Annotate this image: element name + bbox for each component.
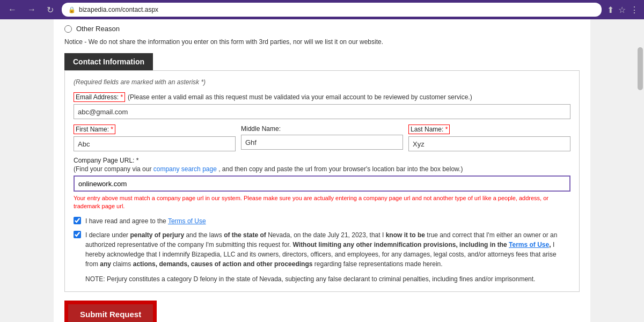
other-reason-label: Other Reason — [76, 25, 120, 33]
first-name-input[interactable] — [74, 136, 236, 151]
scrollbar-thumb[interactable] — [638, 47, 643, 90]
email-input[interactable] — [74, 104, 570, 119]
reload-button[interactable]: ↻ — [44, 4, 56, 16]
company-url-description: (Find your company via our company searc… — [74, 165, 570, 173]
terms-checkbox[interactable] — [74, 217, 81, 224]
perjury-checkbox[interactable] — [74, 231, 81, 238]
perjury-label: I declare under penalty of perjury and t… — [85, 230, 570, 269]
middle-name-field: Middle Name: — [241, 125, 403, 151]
menu-icon[interactable]: ⋮ — [630, 5, 639, 15]
company-url-label: Company Page URL: * — [74, 157, 570, 164]
terms-of-use-link[interactable]: Terms of Use — [168, 217, 206, 225]
section-header: Contact Information — [64, 53, 153, 70]
perjury-terms-link[interactable]: Terms of Use — [509, 241, 549, 248]
last-name-label: Last Name: * — [408, 125, 450, 134]
first-name-label: First Name: * — [74, 125, 115, 134]
last-name-input[interactable] — [408, 136, 570, 151]
email-asterisk: * — [120, 93, 123, 101]
company-url-section: Company Page URL: * (Find your company v… — [74, 157, 570, 211]
bookmark-icon[interactable]: ☆ — [618, 5, 626, 15]
page-content: Other Reason Notice - We do not share th… — [54, 19, 590, 322]
company-url-input[interactable] — [74, 175, 570, 192]
browser-actions: ⬆ ☆ ⋮ — [607, 5, 639, 15]
terms-checkbox-row: I have read and agree to the Terms of Us… — [74, 216, 570, 226]
email-label: Email Address: * — [74, 92, 125, 102]
notice-text: Notice - We do not share the information… — [64, 38, 580, 46]
last-name-asterisk: * — [445, 126, 448, 133]
forward-button[interactable]: → — [25, 4, 39, 16]
email-row: Email Address: * (Please enter a valid e… — [74, 92, 570, 119]
first-name-field: First Name: * — [74, 125, 236, 151]
submit-button[interactable]: Submit Request — [67, 303, 155, 322]
contact-form: (Required fields are marked with an aste… — [64, 70, 580, 292]
share-icon[interactable]: ⬆ — [607, 5, 614, 15]
company-search-link[interactable]: company search page — [153, 165, 217, 173]
browser-toolbar: ← → ↻ 🔒 bizapedia.com/contact.aspx ⬆ ☆ ⋮ — [0, 0, 644, 19]
middle-name-label: Middle Name: — [241, 125, 281, 133]
name-row: First Name: * Middle Name: Last Name: * — [74, 125, 570, 151]
email-description: (Please enter a valid email as this requ… — [128, 93, 472, 101]
back-button[interactable]: ← — [5, 4, 19, 16]
first-name-asterisk: * — [111, 126, 113, 133]
address-bar[interactable]: 🔒 bizapedia.com/contact.aspx — [62, 3, 602, 17]
email-label-row: Email Address: * (Please enter a valid e… — [74, 92, 570, 102]
perjury-note: NOTE: Perjury constitutes a category D f… — [85, 274, 570, 284]
url-error-message: Your entry above must match a company pa… — [74, 194, 570, 211]
terms-label: I have read and agree to the Terms of Us… — [85, 216, 206, 226]
submit-button-wrapper: Submit Request — [64, 301, 157, 322]
scrollbar-track[interactable] — [636, 19, 644, 322]
perjury-checkbox-row: I declare under penalty of perjury and t… — [74, 230, 570, 269]
contact-info-section: Contact Information (Required fields are… — [64, 53, 580, 292]
last-name-field: Last Name: * — [408, 125, 570, 151]
other-reason-radio[interactable] — [64, 25, 72, 33]
submit-row: Submit Request — [64, 301, 580, 322]
url-text: bizapedia.com/contact.aspx — [79, 6, 158, 13]
required-note: (Required fields are marked with an aste… — [74, 78, 570, 86]
other-reason-row: Other Reason — [64, 25, 580, 33]
lock-icon: 🔒 — [68, 6, 76, 13]
middle-name-input[interactable] — [241, 135, 403, 150]
